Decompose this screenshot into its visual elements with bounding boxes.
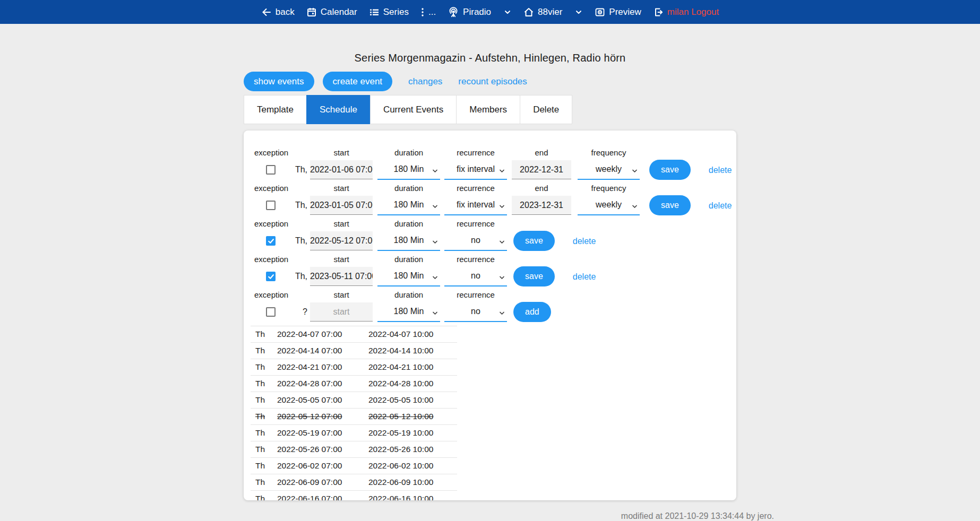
studio-chevron-down-icon[interactable]	[574, 8, 583, 16]
recurrence-select[interactable]: fix interval	[444, 160, 507, 180]
exception-checkbox[interactable]	[266, 307, 276, 317]
station-chevron-down-icon[interactable]	[503, 8, 512, 16]
duration-select[interactable]: 180 Min	[377, 302, 440, 322]
tabs: TemplateScheduleCurrent EventsMembersDel…	[244, 95, 736, 124]
event-day: Th	[251, 428, 272, 438]
chevron-down-icon	[432, 273, 438, 283]
tab-members[interactable]: Members	[456, 95, 520, 124]
day-label: Th,	[295, 266, 307, 286]
tab-template[interactable]: Template	[244, 95, 307, 124]
frequency-label: frequency	[578, 184, 640, 193]
duration-select[interactable]: 180 Min	[377, 160, 440, 180]
start-input[interactable]	[310, 160, 373, 179]
nav-series[interactable]: Series	[363, 7, 415, 18]
delete-link[interactable]: delete	[573, 237, 596, 246]
duration-value: 180 Min	[394, 236, 424, 245]
changes-link[interactable]: changes	[408, 76, 442, 87]
add-button[interactable]: add	[513, 302, 551, 322]
exception-checkbox[interactable]	[266, 272, 276, 281]
chevron-down-icon	[499, 238, 505, 247]
event-day: Th	[251, 494, 272, 501]
delete-link[interactable]: delete	[709, 166, 732, 175]
recurrence-value: fix interval	[457, 200, 495, 210]
antenna-icon	[448, 6, 459, 18]
start-input[interactable]	[310, 302, 373, 322]
event-row: Th 2022-06-16 07:00 2022-06-16 10:00	[251, 490, 457, 500]
event-end: 2022-05-19 10:00	[363, 428, 457, 438]
schedule-row: exception Th, start duration 180 Min	[254, 255, 736, 286]
nav-calendar-label: Calendar	[321, 7, 357, 18]
schedule-row: exception ? start duration 180 Min	[254, 290, 736, 322]
exception-label: exception	[254, 219, 287, 229]
frequency-select[interactable]: weekly	[578, 160, 640, 180]
duration-label: duration	[377, 290, 440, 300]
recurrence-select[interactable]: fix interval	[444, 195, 507, 215]
nav-series-label: Series	[383, 7, 409, 18]
event-day: Th	[251, 395, 272, 405]
nav-back[interactable]: back	[255, 7, 300, 18]
event-start: 2022-06-16 07:00	[272, 494, 363, 501]
page-title: Series Morgenmagazin - Aufstehn, Hinlege…	[0, 52, 980, 64]
start-input[interactable]	[310, 231, 373, 250]
exception-checkbox[interactable]	[266, 201, 276, 210]
duration-select[interactable]: 180 Min	[377, 195, 440, 215]
save-button[interactable]: save	[649, 160, 691, 180]
chevron-down-icon	[432, 167, 438, 176]
event-day: Th	[251, 477, 272, 487]
exception-checkbox[interactable]	[266, 165, 276, 175]
start-input[interactable]	[310, 267, 373, 286]
end-label: end	[512, 184, 571, 193]
event-row: Th 2022-04-07 07:00 2022-04-07 10:00	[251, 326, 457, 342]
frequency-label: frequency	[578, 148, 640, 158]
duration-select[interactable]: 180 Min	[377, 266, 440, 286]
nav-preview-label: Preview	[609, 7, 641, 18]
chevron-down-icon	[432, 202, 438, 212]
nav-back-label: back	[276, 7, 295, 18]
frequency-select[interactable]: weekly	[578, 195, 640, 215]
delete-link[interactable]: delete	[709, 201, 732, 211]
home-icon	[523, 7, 534, 18]
tab-schedule[interactable]: Schedule	[306, 95, 371, 124]
create-event-button[interactable]: create event	[323, 72, 393, 91]
end-input[interactable]	[512, 196, 571, 215]
save-button[interactable]: save	[649, 195, 691, 215]
event-row: Th 2022-05-19 07:00 2022-05-19 10:00	[251, 424, 457, 441]
recurrence-select[interactable]: no	[444, 266, 507, 286]
start-input[interactable]	[310, 196, 373, 215]
recurrence-select[interactable]: no	[444, 231, 507, 251]
event-end: 2022-06-02 10:00	[363, 461, 457, 471]
chevron-down-icon	[499, 309, 505, 318]
tab-current-events[interactable]: Current Events	[370, 95, 457, 124]
nav-logout[interactable]: milan Logout	[647, 7, 725, 18]
nav-calendar[interactable]: Calendar	[300, 7, 363, 18]
nav-station[interactable]: Piradio	[442, 6, 518, 18]
recount-episodes-link[interactable]: recount episodes	[458, 76, 527, 87]
schedule-row: exception Th, start duration 180 Min	[254, 148, 736, 180]
nav-studio[interactable]: 88vier	[518, 7, 589, 18]
calendar-icon	[306, 7, 317, 18]
recurrence-value: fix interval	[457, 164, 495, 174]
end-input[interactable]	[512, 160, 571, 179]
duration-value: 180 Min	[394, 164, 424, 174]
recurrence-value: no	[471, 236, 480, 245]
recurrence-label: recurrence	[444, 255, 507, 264]
schedule-row: exception Th, start duration 180 Min	[254, 184, 736, 215]
top-nav: back Calendar Series ... Piradio 88vier	[0, 0, 980, 24]
delete-link[interactable]: delete	[573, 272, 596, 282]
event-day: Th	[251, 461, 272, 471]
recurrence-select[interactable]: no	[444, 302, 507, 322]
events-table: Th 2022-04-07 07:00 2022-04-07 10:00 Th …	[251, 326, 457, 500]
schedule-card: exception Th, start duration 180 Min	[244, 131, 736, 500]
recurrence-label: recurrence	[444, 219, 507, 229]
duration-select[interactable]: 180 Min	[377, 231, 440, 251]
nav-preview[interactable]: Preview	[589, 7, 647, 18]
exception-checkbox[interactable]	[266, 236, 276, 246]
tab-delete[interactable]: Delete	[520, 95, 572, 124]
frequency-value: weekly	[596, 200, 622, 210]
event-row: Th 2022-04-28 07:00 2022-04-28 10:00	[251, 375, 457, 392]
show-events-button[interactable]: show events	[244, 72, 314, 91]
nav-more[interactable]: ...	[415, 7, 442, 18]
save-button[interactable]: save	[513, 231, 555, 251]
save-button[interactable]: save	[513, 266, 555, 286]
modified-footer: modified at 2021-10-29 13:34:44 by jero.	[0, 511, 980, 521]
